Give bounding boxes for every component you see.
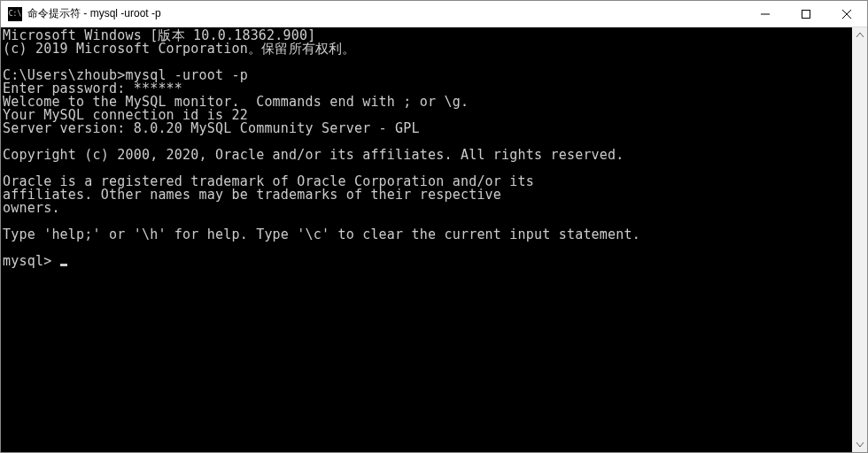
chevron-up-icon bbox=[856, 33, 864, 37]
output-line: affiliates. Other names may be trademark… bbox=[3, 187, 501, 203]
output-line: (c) 2019 Microsoft Corporation。保留所有权利。 bbox=[3, 41, 356, 57]
terminal-output[interactable]: Microsoft Windows [版本 10.0.18362.900] (c… bbox=[1, 27, 852, 452]
mysql-prompt: mysql> bbox=[3, 253, 60, 269]
svg-rect-1 bbox=[802, 10, 810, 18]
window-titlebar: C:\ 命令提示符 - mysql -uroot -p bbox=[1, 1, 867, 27]
output-line: Type 'help;' or '\h' for help. Type '\c'… bbox=[3, 226, 640, 242]
output-line: Copyright (c) 2000, 2020, Oracle and/or … bbox=[3, 147, 624, 163]
cursor bbox=[60, 264, 67, 266]
window-title: 命令提示符 - mysql -uroot -p bbox=[27, 6, 161, 21]
scroll-up-arrow-icon[interactable] bbox=[852, 27, 867, 42]
maximize-icon bbox=[802, 10, 810, 19]
close-icon bbox=[842, 10, 851, 19]
chevron-down-icon bbox=[856, 442, 864, 447]
minimize-button[interactable] bbox=[745, 1, 786, 27]
output-line: owners. bbox=[3, 200, 60, 216]
vertical-scrollbar[interactable] bbox=[852, 27, 867, 452]
scroll-down-arrow-icon[interactable] bbox=[852, 437, 867, 452]
maximize-button[interactable] bbox=[786, 1, 826, 27]
output-line: Server version: 8.0.20 MySQL Community S… bbox=[3, 120, 420, 136]
close-button[interactable] bbox=[826, 1, 867, 27]
scroll-track[interactable] bbox=[852, 42, 867, 437]
cmd-icon: C:\ bbox=[8, 7, 22, 21]
terminal-container: Microsoft Windows [版本 10.0.18362.900] (c… bbox=[1, 27, 867, 452]
minimize-icon bbox=[761, 10, 770, 19]
